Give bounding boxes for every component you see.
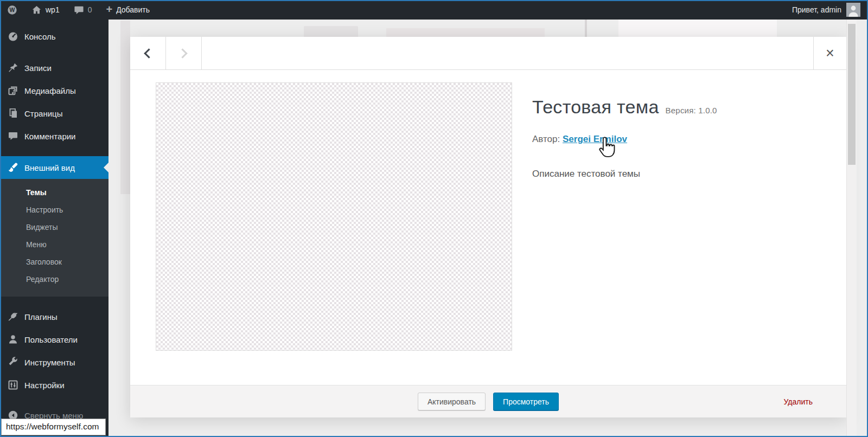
home-icon [31, 5, 42, 15]
sidebar-item-label: Записи [24, 63, 52, 73]
close-modal-button[interactable]: × [813, 37, 846, 69]
chevron-left-icon [144, 48, 154, 58]
previous-theme-button[interactable] [130, 37, 166, 69]
comment-count: 0 [88, 5, 92, 14]
user-avatar-icon [846, 3, 860, 17]
theme-author-line: Автор: Sergei Ermilov [532, 134, 717, 145]
modal-header: × [130, 37, 846, 70]
chevron-right-icon [177, 48, 187, 58]
user-icon [8, 334, 18, 345]
sidebar-item-label: Консоль [24, 32, 56, 41]
modal-body: Тестовая темаВерсия: 1.0.0 Автор: Sergei… [130, 70, 846, 351]
settings-sliders-icon [8, 380, 18, 390]
theme-title: Тестовая темаВерсия: 1.0.0 [532, 97, 717, 118]
sidebar-item-label: Внешний вид [24, 163, 75, 172]
site-link[interactable]: wp1 [24, 0, 67, 20]
site-name: wp1 [46, 5, 60, 14]
add-new-label: Добавить [116, 5, 150, 14]
sidebar-item-comments[interactable]: Комментарии [0, 125, 108, 147]
sidebar-item-settings[interactable]: Настройки [0, 374, 108, 396]
wordpress-logo-menu[interactable]: W [0, 0, 24, 20]
browser-scrollbar-thumb[interactable] [848, 24, 856, 165]
submenu-item-editor[interactable]: Редактор [0, 271, 108, 288]
media-icon [8, 85, 18, 96]
preview-button[interactable]: Просмотреть [493, 393, 559, 410]
ghost-theme-card-edge [120, 21, 130, 194]
browser-scrollbar-track[interactable] [846, 20, 857, 436]
activate-button[interactable]: Активировать [418, 393, 486, 410]
status-url-tooltip: https://webformyself.com [1, 419, 106, 435]
sidebar-item-label: Настройки [24, 381, 65, 390]
menu-separator [0, 147, 108, 156]
admin-sidebar: Консоль Записи Медиафайлы Страницы Комме… [0, 20, 108, 437]
ghost-card-light [618, 20, 777, 37]
plug-icon [8, 311, 18, 322]
sidebar-item-label: Страницы [24, 109, 62, 118]
pushpin-icon [8, 62, 18, 73]
wordpress-logo-icon: W [7, 5, 17, 15]
submenu-item-widgets[interactable]: Виджеты [0, 218, 108, 236]
ghost-card-divider [585, 20, 587, 37]
sidebar-item-label: Инструменты [24, 358, 75, 367]
close-icon: × [826, 45, 834, 62]
theme-details-modal: × Тестовая темаВерсия: 1.0.0 Автор: Serg… [130, 37, 846, 417]
sidebar-item-dashboard[interactable]: Консоль [0, 25, 108, 48]
add-new-menu[interactable]: + Добавить [99, 0, 157, 20]
submenu-item-themes[interactable]: Темы [0, 184, 108, 201]
sidebar-item-label: Плагины [24, 312, 58, 322]
pages-icon [8, 108, 18, 119]
sidebar-item-plugins[interactable]: Плагины [0, 305, 108, 328]
modal-footer: Активировать Просмотреть Удалить [130, 385, 846, 417]
my-account-menu[interactable]: Привет, admin [792, 0, 868, 20]
paintbrush-icon [8, 162, 18, 173]
next-theme-button-disabled[interactable] [166, 37, 202, 69]
theme-screenshot-placeholder [156, 82, 512, 351]
submenu-item-header[interactable]: Заголовок [0, 253, 108, 271]
ghost-theme-strip [386, 28, 545, 37]
version-label: Версия: [666, 106, 696, 115]
ghost-theme-title [304, 26, 358, 38]
theme-info: Тестовая темаВерсия: 1.0.0 Автор: Sergei… [532, 82, 717, 351]
sidebar-item-media[interactable]: Медиафайлы [0, 79, 108, 102]
comments-shortcut[interactable]: 0 [67, 0, 99, 20]
theme-version: Версия: 1.0.0 [666, 106, 717, 115]
svg-text:W: W [10, 7, 15, 13]
author-link[interactable]: Sergei Ermilov [563, 134, 627, 144]
submenu-item-menus[interactable]: Меню [0, 236, 108, 253]
sidebar-item-label: Комментарии [24, 132, 75, 141]
menu-separator [0, 48, 108, 56]
status-url-text: https://webformyself.com [6, 422, 99, 431]
sidebar-item-tools[interactable]: Инструменты [0, 351, 108, 374]
appearance-submenu: Темы Настроить Виджеты Меню Заголовок Ре… [0, 179, 108, 297]
sidebar-item-label: Медиафайлы [24, 86, 76, 95]
dashboard-icon [8, 31, 18, 42]
comments-icon [8, 131, 18, 142]
sidebar-item-pages[interactable]: Страницы [0, 102, 108, 125]
plus-icon: + [106, 4, 112, 15]
sidebar-item-users[interactable]: Пользователи [0, 328, 108, 351]
submenu-item-customize[interactable]: Настроить [0, 201, 108, 218]
avatar [846, 3, 860, 17]
theme-title-text: Тестовая тема [532, 97, 659, 117]
menu-separator [0, 297, 108, 305]
sidebar-item-label: Пользователи [24, 335, 78, 344]
theme-description: Описание тестовой темы [532, 169, 717, 179]
delete-theme-link[interactable]: Удалить [784, 397, 813, 406]
admin-bar: W wp1 0 + Добавить Привет, admin [0, 0, 868, 20]
sidebar-item-posts[interactable]: Записи [0, 56, 108, 79]
greeting-text: Привет, admin [792, 5, 841, 14]
wrench-icon [8, 357, 18, 368]
sidebar-item-appearance[interactable]: Внешний вид [0, 156, 108, 179]
active-menu-arrow [99, 163, 108, 172]
comment-bubble-icon [74, 5, 84, 15]
version-value: 1.0.0 [698, 106, 717, 115]
author-label: Автор: [532, 134, 560, 144]
